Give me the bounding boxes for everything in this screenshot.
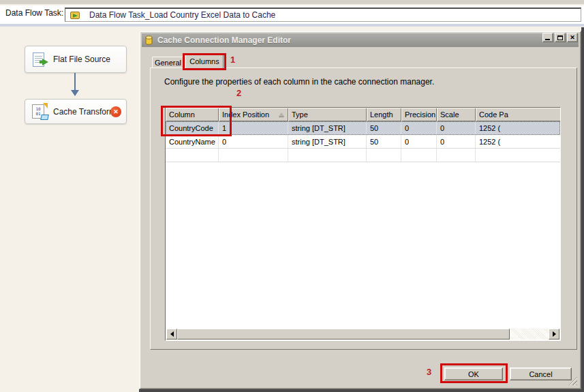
minimize-button[interactable] (542, 33, 553, 42)
annotation-step2: 2 (236, 88, 241, 98)
error-badge-icon: ✕ (110, 106, 121, 117)
data-flow-task-name: Data Flow Task_Load Country Excel Data t… (89, 10, 275, 20)
annotation-box-step2 (161, 106, 232, 136)
sort-ascending-icon (279, 112, 284, 117)
flow-connector-arrowhead (71, 90, 79, 96)
maximize-icon (557, 35, 563, 40)
dialog-titlebar[interactable]: Cache Connection Manager Editor (142, 33, 579, 47)
column-header-label: Length (370, 110, 393, 119)
table-cell[interactable]: 1252 ( (476, 121, 561, 134)
column-header-label: Scale (440, 110, 459, 119)
flat-file-icon (33, 52, 44, 67)
column-header-label: Code Pa (479, 110, 508, 119)
green-arrow-icon (42, 59, 48, 65)
tab-description: Configure the properties of each column … (164, 77, 434, 87)
maximize-button[interactable] (555, 33, 566, 42)
data-flow-task-field[interactable]: Data Flow Task_Load Country Excel Data t… (65, 7, 581, 22)
blue-box-icon (40, 115, 49, 120)
node-label: Flat File Source (53, 55, 110, 64)
table-cell[interactable] (437, 149, 476, 162)
table-cell[interactable] (288, 149, 367, 162)
columns-tab-page: Configure the properties of each column … (150, 67, 577, 350)
minimize-icon (545, 39, 550, 40)
data-flow-task-label: Data Flow Task: (5, 8, 63, 18)
cache-connection-manager-editor-dialog: Cache Connection Manager Editor ✕ Genera… (139, 31, 581, 389)
annotation-box-step1 (183, 53, 226, 70)
table-cell[interactable]: string [DT_STR] (288, 121, 367, 134)
table-cell[interactable] (476, 149, 561, 162)
top-edge-strip (0, 0, 584, 5)
background-window-edge-bottom (139, 389, 584, 392)
scroll-right-icon (553, 331, 556, 337)
annotation-box-step3 (440, 363, 508, 383)
cache-transform-icon: 1001 (32, 104, 44, 119)
cache-cylinder-icon (144, 35, 153, 46)
table-row[interactable] (166, 149, 560, 162)
columns-grid-wrap: ColumnIndex PositionTypeLengthPrecisionS… (165, 107, 561, 341)
surface-divider (0, 23, 584, 27)
table-cell[interactable]: string [DT_STR] (288, 135, 367, 148)
column-header-length[interactable]: Length (367, 108, 401, 121)
data-flow-task-icon (70, 12, 80, 19)
table-cell[interactable]: 1252 ( (476, 135, 561, 148)
close-icon: ✕ (570, 35, 575, 41)
table-cell[interactable]: 0 (219, 135, 288, 148)
cache-transform-node[interactable]: 1001 Cache Transform ✕ (25, 99, 127, 124)
scroll-right-button[interactable] (549, 329, 559, 340)
table-cell[interactable]: 0 (401, 135, 437, 148)
table-cell[interactable] (219, 149, 288, 162)
table-cell[interactable] (401, 149, 437, 162)
horizontal-scrollbar[interactable] (166, 329, 559, 340)
table-cell[interactable]: 0 (401, 121, 437, 134)
annotation-step1: 1 (230, 55, 235, 65)
columns-grid: ColumnIndex PositionTypeLengthPrecisionS… (165, 107, 561, 341)
column-header-precision[interactable]: Precision (401, 108, 437, 121)
table-cell[interactable] (367, 149, 401, 162)
dialog-title: Cache Connection Manager Editor (157, 35, 291, 45)
cancel-button[interactable]: Cancel (510, 367, 572, 380)
scrollbar-thumb[interactable] (177, 329, 510, 340)
scroll-left-button[interactable] (166, 329, 177, 340)
annotation-step3: 3 (427, 367, 431, 377)
yellow-arrow-icon (43, 103, 48, 108)
table-row[interactable]: CountryName0string [DT_STR]50001252 ( (166, 135, 560, 149)
close-button[interactable]: ✕ (567, 33, 578, 42)
tab-label: General (155, 59, 181, 67)
tab-general[interactable]: General (152, 57, 184, 68)
column-header-label: Precision (405, 110, 435, 119)
column-header-label: Type (292, 110, 308, 119)
scroll-left-icon (170, 331, 174, 337)
flat-file-source-node[interactable]: Flat File Source (25, 46, 127, 73)
table-cell[interactable]: 0 (437, 121, 476, 134)
table-cell[interactable]: 0 (437, 135, 476, 148)
column-header-code-pa[interactable]: Code Pa (476, 108, 561, 121)
node-label: Cache Transform (53, 107, 116, 117)
background-window-edge-right (581, 27, 584, 392)
table-cell[interactable]: CountryName (166, 135, 219, 148)
table-cell[interactable] (166, 149, 219, 162)
column-header-type[interactable]: Type (288, 108, 367, 121)
cancel-button-label: Cancel (529, 370, 552, 378)
column-header-scale[interactable]: Scale (437, 108, 476, 121)
flow-connector-line[interactable] (74, 73, 76, 91)
table-cell[interactable]: 50 (367, 121, 401, 134)
table-cell[interactable]: 50 (367, 135, 401, 148)
